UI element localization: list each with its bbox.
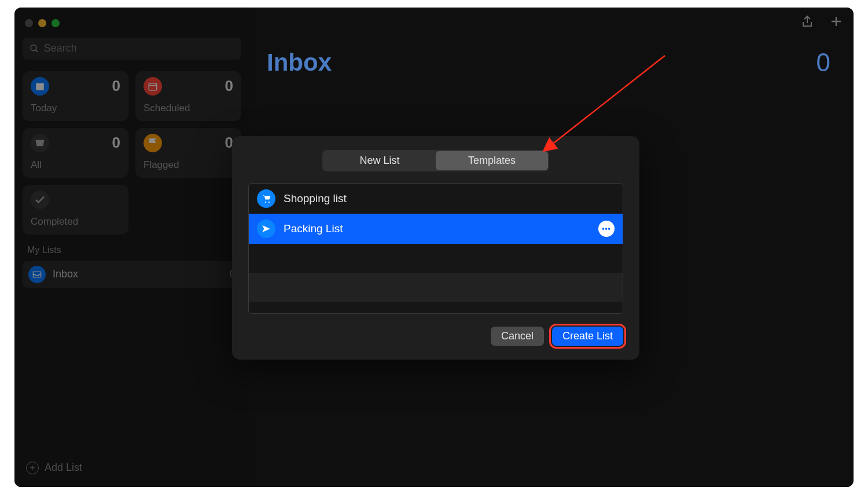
checkmark-icon — [31, 191, 49, 209]
flagged-card[interactable]: 0 Flagged — [135, 128, 241, 178]
modal-footer: Cancel Create List — [248, 327, 623, 346]
svg-rect-4 — [149, 83, 157, 90]
new-list-modal: New List Templates Shopping list Packing… — [232, 136, 639, 360]
add-list-button[interactable]: + Add List — [23, 457, 241, 479]
list-name: Inbox — [53, 268, 230, 280]
more-options-button[interactable]: ••• — [598, 221, 615, 237]
search-field[interactable] — [23, 38, 241, 60]
window-controls — [23, 16, 241, 38]
svg-line-1 — [35, 50, 37, 52]
template-row-packing[interactable]: Packing List ••• — [249, 214, 623, 244]
maximize-window-button[interactable] — [52, 19, 60, 27]
calendar-grid-icon — [144, 77, 162, 96]
minimize-window-button[interactable] — [38, 19, 46, 27]
list-row-inbox[interactable]: Inbox 0 — [23, 261, 241, 288]
cancel-button[interactable]: Cancel — [491, 327, 544, 346]
page-title: Inbox — [267, 49, 332, 76]
today-label: Today — [31, 103, 120, 114]
all-card[interactable]: 0 All — [23, 128, 128, 178]
template-name: Packing List — [284, 222, 343, 235]
empty-row — [249, 273, 623, 302]
create-list-button[interactable]: Create List — [552, 327, 623, 346]
plus-circle-icon: + — [26, 462, 39, 474]
completed-card[interactable]: Completed — [23, 185, 128, 235]
my-lists-header: My Lists — [23, 235, 241, 261]
template-name: Shopping list — [284, 192, 347, 205]
today-count: 0 — [112, 77, 120, 95]
add-reminder-icon[interactable] — [829, 14, 843, 28]
cart-icon — [257, 189, 275, 208]
flagged-label: Flagged — [144, 159, 233, 171]
smart-lists-grid: 0 Today 0 Scheduled 0 — [23, 71, 241, 235]
sidebar: 0 Today 0 Scheduled 0 — [14, 8, 249, 487]
search-input[interactable] — [44, 42, 234, 54]
share-icon[interactable] — [800, 14, 814, 28]
scheduled-count: 0 — [225, 77, 233, 95]
tab-templates[interactable]: Templates — [436, 151, 548, 170]
tray-icon — [31, 134, 49, 152]
svg-point-0 — [31, 45, 36, 50]
segmented-control: New List Templates — [322, 150, 549, 171]
inbox-list-icon — [28, 266, 46, 283]
create-list-label: Create List — [562, 330, 613, 342]
toolbar — [800, 14, 843, 28]
add-list-label: Add List — [45, 462, 82, 474]
app-window: 0 Today 0 Scheduled 0 — [14, 8, 854, 487]
svg-rect-3 — [36, 83, 44, 85]
completed-label: Completed — [31, 216, 120, 228]
empty-row — [249, 244, 623, 273]
today-card[interactable]: 0 Today — [23, 71, 128, 121]
template-row-shopping[interactable]: Shopping list — [249, 184, 623, 214]
close-window-button[interactable] — [25, 19, 33, 27]
calendar-icon — [31, 77, 49, 96]
templates-list: Shopping list Packing List ••• — [248, 183, 623, 314]
airplane-icon — [257, 219, 275, 238]
scheduled-card[interactable]: 0 Scheduled — [135, 71, 241, 121]
search-icon — [30, 43, 39, 54]
main-header: Inbox 0 — [249, 8, 854, 77]
tab-new-list[interactable]: New List — [323, 151, 436, 170]
page-count: 0 — [816, 48, 830, 77]
all-label: All — [31, 159, 120, 171]
all-count: 0 — [112, 134, 120, 152]
scheduled-label: Scheduled — [144, 103, 233, 114]
flag-icon — [144, 134, 162, 152]
